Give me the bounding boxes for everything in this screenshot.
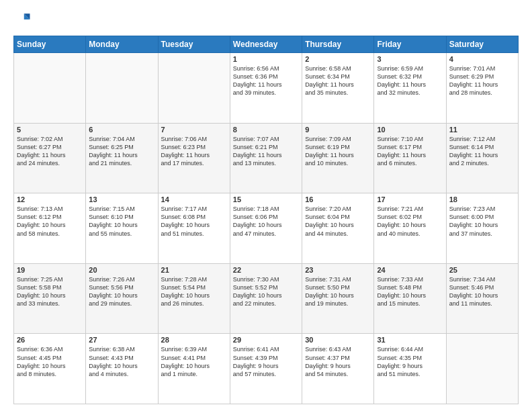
- day-number: 14: [161, 195, 227, 203]
- day-info: Sunrise: 7:34 AM Sunset: 5:46 PM Dayligh…: [449, 275, 515, 308]
- day-info: Sunrise: 7:31 AM Sunset: 5:50 PM Dayligh…: [305, 275, 371, 308]
- day-info: Sunrise: 6:43 AM Sunset: 4:37 PM Dayligh…: [305, 345, 371, 378]
- day-number: 22: [233, 266, 299, 274]
- calendar-cell: 4Sunrise: 7:01 AM Sunset: 6:29 PM Daylig…: [446, 53, 518, 124]
- calendar-week-row: 19Sunrise: 7:25 AM Sunset: 5:58 PM Dayli…: [14, 263, 519, 334]
- day-info: Sunrise: 6:44 AM Sunset: 4:35 PM Dayligh…: [377, 345, 443, 378]
- day-number: 15: [233, 195, 299, 203]
- day-info: Sunrise: 6:59 AM Sunset: 6:32 PM Dayligh…: [377, 64, 443, 97]
- day-number: 28: [161, 336, 227, 344]
- day-info: Sunrise: 7:09 AM Sunset: 6:19 PM Dayligh…: [305, 135, 371, 168]
- day-info: Sunrise: 6:58 AM Sunset: 6:34 PM Dayligh…: [305, 64, 371, 97]
- calendar-cell: 13Sunrise: 7:15 AM Sunset: 6:10 PM Dayli…: [86, 193, 158, 264]
- day-number: 20: [89, 266, 154, 274]
- calendar-cell: 25Sunrise: 7:34 AM Sunset: 5:46 PM Dayli…: [446, 263, 518, 334]
- weekday-header: Saturday: [446, 36, 518, 53]
- page: SundayMondayTuesdayWednesdayThursdayFrid…: [0, 0, 532, 411]
- calendar-cell: 30Sunrise: 6:43 AM Sunset: 4:37 PM Dayli…: [302, 334, 374, 404]
- day-number: 18: [449, 195, 515, 203]
- calendar-header-row: SundayMondayTuesdayWednesdayThursdayFrid…: [14, 36, 519, 53]
- day-number: 25: [449, 266, 515, 274]
- day-info: Sunrise: 6:38 AM Sunset: 4:43 PM Dayligh…: [89, 345, 154, 378]
- calendar-cell: 20Sunrise: 7:26 AM Sunset: 5:56 PM Dayli…: [86, 263, 158, 334]
- calendar-cell: 17Sunrise: 7:21 AM Sunset: 6:02 PM Dayli…: [374, 193, 446, 264]
- calendar-cell: [446, 334, 518, 404]
- calendar-cell: 29Sunrise: 6:41 AM Sunset: 4:39 PM Dayli…: [230, 334, 302, 404]
- calendar-table: SundayMondayTuesdayWednesdayThursdayFrid…: [13, 36, 519, 404]
- day-number: 29: [233, 336, 299, 344]
- day-number: 21: [161, 266, 227, 274]
- calendar-cell: 31Sunrise: 6:44 AM Sunset: 4:35 PM Dayli…: [374, 334, 446, 404]
- day-number: 26: [17, 336, 83, 344]
- calendar-cell: 7Sunrise: 7:06 AM Sunset: 6:23 PM Daylig…: [158, 123, 230, 193]
- weekday-header: Friday: [374, 36, 446, 53]
- day-number: 8: [233, 126, 299, 134]
- day-number: 3: [377, 55, 443, 63]
- calendar-cell: 9Sunrise: 7:09 AM Sunset: 6:19 PM Daylig…: [302, 123, 374, 193]
- day-info: Sunrise: 7:15 AM Sunset: 6:10 PM Dayligh…: [89, 205, 154, 238]
- day-number: 30: [305, 336, 371, 344]
- calendar-cell: 11Sunrise: 7:12 AM Sunset: 6:14 PM Dayli…: [446, 123, 518, 193]
- calendar-cell: 5Sunrise: 7:02 AM Sunset: 6:27 PM Daylig…: [14, 123, 86, 193]
- day-info: Sunrise: 7:18 AM Sunset: 6:06 PM Dayligh…: [233, 205, 299, 238]
- day-info: Sunrise: 6:56 AM Sunset: 6:36 PM Dayligh…: [233, 64, 299, 97]
- calendar-week-row: 1Sunrise: 6:56 AM Sunset: 6:36 PM Daylig…: [14, 53, 519, 124]
- calendar-cell: 2Sunrise: 6:58 AM Sunset: 6:34 PM Daylig…: [302, 53, 374, 124]
- calendar-cell: 26Sunrise: 6:36 AM Sunset: 4:45 PM Dayli…: [14, 334, 86, 404]
- day-number: 1: [233, 55, 299, 63]
- day-info: Sunrise: 7:04 AM Sunset: 6:25 PM Dayligh…: [89, 135, 154, 168]
- weekday-header: Wednesday: [230, 36, 302, 53]
- day-number: 9: [305, 126, 371, 134]
- day-info: Sunrise: 7:12 AM Sunset: 6:14 PM Dayligh…: [449, 135, 515, 168]
- day-number: 13: [89, 195, 154, 203]
- day-number: 31: [377, 336, 443, 344]
- day-number: 11: [449, 126, 515, 134]
- day-info: Sunrise: 7:26 AM Sunset: 5:56 PM Dayligh…: [89, 275, 154, 308]
- day-info: Sunrise: 7:30 AM Sunset: 5:52 PM Dayligh…: [233, 275, 299, 308]
- day-info: Sunrise: 7:21 AM Sunset: 6:02 PM Dayligh…: [377, 205, 443, 238]
- day-number: 17: [377, 195, 443, 203]
- day-number: 10: [377, 126, 443, 134]
- weekday-header: Monday: [86, 36, 158, 53]
- calendar-week-row: 5Sunrise: 7:02 AM Sunset: 6:27 PM Daylig…: [14, 123, 519, 193]
- weekday-header: Sunday: [14, 36, 86, 53]
- weekday-header: Tuesday: [158, 36, 230, 53]
- day-number: 6: [89, 126, 154, 134]
- calendar-cell: 21Sunrise: 7:28 AM Sunset: 5:54 PM Dayli…: [158, 263, 230, 334]
- calendar-cell: 22Sunrise: 7:30 AM Sunset: 5:52 PM Dayli…: [230, 263, 302, 334]
- day-info: Sunrise: 7:28 AM Sunset: 5:54 PM Dayligh…: [161, 275, 227, 308]
- day-number: 27: [89, 336, 154, 344]
- calendar-cell: 10Sunrise: 7:10 AM Sunset: 6:17 PM Dayli…: [374, 123, 446, 193]
- weekday-header: Thursday: [302, 36, 374, 53]
- day-info: Sunrise: 7:13 AM Sunset: 6:12 PM Dayligh…: [17, 205, 83, 238]
- day-number: 16: [305, 195, 371, 203]
- day-info: Sunrise: 7:02 AM Sunset: 6:27 PM Dayligh…: [17, 135, 83, 168]
- day-number: 23: [305, 266, 371, 274]
- calendar-cell: 14Sunrise: 7:17 AM Sunset: 6:08 PM Dayli…: [158, 193, 230, 264]
- day-info: Sunrise: 6:39 AM Sunset: 4:41 PM Dayligh…: [161, 345, 227, 378]
- day-number: 24: [377, 266, 443, 274]
- day-info: Sunrise: 7:01 AM Sunset: 6:29 PM Dayligh…: [449, 64, 515, 97]
- calendar-cell: 3Sunrise: 6:59 AM Sunset: 6:32 PM Daylig…: [374, 53, 446, 124]
- day-number: 12: [17, 195, 83, 203]
- calendar-cell: 27Sunrise: 6:38 AM Sunset: 4:43 PM Dayli…: [86, 334, 158, 404]
- calendar-cell: 24Sunrise: 7:33 AM Sunset: 5:48 PM Dayli…: [374, 263, 446, 334]
- day-info: Sunrise: 7:20 AM Sunset: 6:04 PM Dayligh…: [305, 205, 371, 238]
- logo: [13, 10, 35, 29]
- day-number: 4: [449, 55, 515, 63]
- day-number: 7: [161, 126, 227, 134]
- day-info: Sunrise: 7:23 AM Sunset: 6:00 PM Dayligh…: [449, 205, 515, 238]
- day-info: Sunrise: 7:17 AM Sunset: 6:08 PM Dayligh…: [161, 205, 227, 238]
- day-info: Sunrise: 7:10 AM Sunset: 6:17 PM Dayligh…: [377, 135, 443, 168]
- day-number: 5: [17, 126, 83, 134]
- calendar-cell: 6Sunrise: 7:04 AM Sunset: 6:25 PM Daylig…: [86, 123, 158, 193]
- day-info: Sunrise: 6:36 AM Sunset: 4:45 PM Dayligh…: [17, 345, 83, 378]
- calendar-cell: 1Sunrise: 6:56 AM Sunset: 6:36 PM Daylig…: [230, 53, 302, 124]
- calendar-cell: 19Sunrise: 7:25 AM Sunset: 5:58 PM Dayli…: [14, 263, 86, 334]
- day-info: Sunrise: 7:33 AM Sunset: 5:48 PM Dayligh…: [377, 275, 443, 308]
- calendar-cell: [14, 53, 86, 124]
- day-info: Sunrise: 7:25 AM Sunset: 5:58 PM Dayligh…: [17, 275, 83, 308]
- day-info: Sunrise: 6:41 AM Sunset: 4:39 PM Dayligh…: [233, 345, 299, 378]
- calendar-week-row: 26Sunrise: 6:36 AM Sunset: 4:45 PM Dayli…: [14, 334, 519, 404]
- calendar-cell: 15Sunrise: 7:18 AM Sunset: 6:06 PM Dayli…: [230, 193, 302, 264]
